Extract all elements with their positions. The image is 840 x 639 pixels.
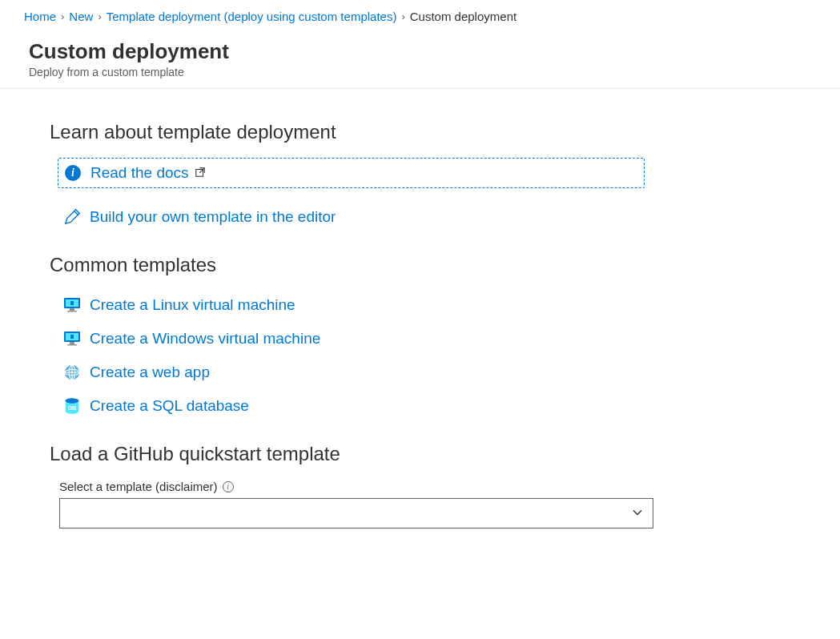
select-template-label: Select a template (disclaimer) i: [59, 480, 792, 493]
breadcrumb: Home › New › Template deployment (deploy…: [0, 0, 840, 31]
link-label: Read the docs: [90, 164, 189, 181]
section-title-common: Common templates: [50, 254, 792, 276]
page-header: Custom deployment Deploy from a custom t…: [0, 31, 840, 89]
svg-point-17: [66, 398, 79, 403]
svg-rect-10: [67, 344, 77, 346]
info-outline-icon[interactable]: i: [223, 481, 234, 492]
breadcrumb-new[interactable]: New: [69, 10, 93, 23]
link-label: Create a Windows virtual machine: [90, 330, 320, 348]
svg-text:DB: DB: [68, 404, 77, 412]
link-label: Create a web app: [90, 364, 210, 381]
link-create-sql-db[interactable]: DB Create a SQL database: [58, 392, 792, 420]
database-icon: DB: [62, 396, 82, 416]
template-select[interactable]: [59, 498, 653, 528]
link-label: Create a SQL database: [90, 397, 249, 415]
pencil-icon: [62, 207, 82, 227]
link-label: Create a Linux virtual machine: [90, 296, 295, 314]
breadcrumb-separator-icon: ›: [61, 10, 64, 22]
breadcrumb-separator-icon: ›: [98, 10, 101, 22]
breadcrumb-home[interactable]: Home: [24, 10, 56, 23]
link-label: Build your own template in the editor: [90, 208, 336, 226]
external-link-icon: [195, 164, 206, 182]
breadcrumb-template-deployment[interactable]: Template deployment (deploy using custom…: [107, 10, 397, 23]
svg-rect-3: [70, 301, 74, 305]
breadcrumb-separator-icon: ›: [401, 10, 404, 22]
info-icon: i: [63, 163, 82, 183]
page-title: Custom deployment: [29, 39, 821, 64]
section-title-learn: Learn about template deployment: [50, 121, 792, 143]
svg-rect-9: [70, 342, 74, 344]
svg-rect-5: [67, 311, 77, 312]
webapp-icon: [62, 363, 82, 382]
link-build-template[interactable]: Build your own template in the editor: [58, 203, 792, 231]
page-subtitle: Deploy from a custom template: [29, 66, 821, 78]
vm-icon: [62, 329, 82, 348]
vm-icon: [62, 295, 82, 315]
link-create-webapp[interactable]: Create a web app: [58, 358, 792, 387]
section-title-quickstart: Load a GitHub quickstart template: [50, 443, 792, 465]
content-area: Learn about template deployment i Read t…: [0, 89, 840, 545]
svg-rect-4: [70, 308, 74, 311]
breadcrumb-current: Custom deployment: [410, 10, 516, 23]
link-create-windows-vm[interactable]: Create a Windows virtual machine: [58, 324, 792, 353]
svg-rect-8: [70, 335, 74, 339]
link-create-linux-vm[interactable]: Create a Linux virtual machine: [58, 291, 792, 320]
template-select-input[interactable]: [59, 498, 653, 528]
link-read-docs[interactable]: i Read the docs: [58, 158, 645, 188]
